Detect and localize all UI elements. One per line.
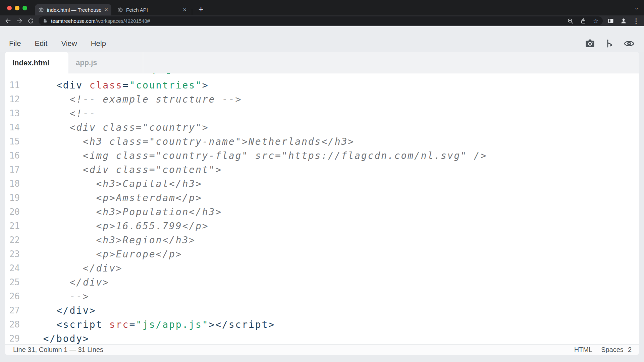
code-line[interactable]: 11 <div class="countries"> xyxy=(5,78,639,92)
code-line[interactable]: 19 <p>Amsterdam</p> xyxy=(5,191,639,205)
code-token: class xyxy=(106,73,140,74)
code-line[interactable]: 23 <p>Europe</p> xyxy=(5,247,639,261)
code-line-content: <p>Europe</p> xyxy=(30,249,182,260)
menu-help[interactable]: Help xyxy=(91,39,106,48)
code-token: = xyxy=(123,80,129,91)
menu-view[interactable]: View xyxy=(61,39,77,48)
profile-avatar-icon[interactable] xyxy=(620,17,627,24)
code-line-content: </div> xyxy=(30,277,109,288)
editor-tab-index-html[interactable]: index.html xyxy=(5,52,68,74)
side-panel-icon[interactable] xyxy=(607,18,614,24)
indent-size-selector[interactable]: 2 xyxy=(628,346,632,354)
minimize-window-button[interactable] xyxy=(15,6,19,10)
tab-search-chevron-icon[interactable]: ⌄ xyxy=(634,5,639,11)
line-number: 21 xyxy=(5,221,20,231)
code-token: "page-title" xyxy=(146,73,225,74)
snapshot-camera-icon[interactable] xyxy=(585,39,595,48)
code-token: </div> xyxy=(30,305,96,316)
url-domain: teamtreehouse.com xyxy=(51,18,96,24)
editor-panel: index.html app.js <h1 class="page-title"… xyxy=(5,52,639,355)
code-line[interactable]: 20 <h3>Population</h3> xyxy=(5,205,639,219)
line-number: 26 xyxy=(5,291,20,301)
code-line[interactable]: 14 <div class="country"> xyxy=(5,120,639,134)
code-editor[interactable]: <h1 class="page-title"> 11 <div class="c… xyxy=(5,73,639,344)
editor-tab-app-js[interactable]: app.js xyxy=(68,52,143,73)
code-line[interactable]: 27 </div> xyxy=(5,303,639,317)
code-line-content: <h3>Capital</h3> xyxy=(30,178,202,189)
code-token: "countries" xyxy=(129,80,202,91)
code-token: <h1 xyxy=(40,73,106,74)
code-token: --> xyxy=(30,291,90,302)
code-line[interactable]: 13 <!-- xyxy=(5,106,639,120)
new-tab-button[interactable]: + xyxy=(196,4,206,14)
browser-tab-strip: index.html — Treehouse Works × Fetch API… xyxy=(0,0,644,15)
close-window-button[interactable] xyxy=(7,6,12,10)
back-icon[interactable] xyxy=(5,17,11,24)
code-line[interactable]: 15 <h3 class="country-name">Netherlands<… xyxy=(5,134,639,148)
line-number: 12 xyxy=(5,94,20,104)
code-token: <img class="country-flag" src="https://f… xyxy=(30,150,487,161)
code-line[interactable]: 26 --> xyxy=(5,289,639,303)
code-line[interactable]: 22 <h3>Region</h3> xyxy=(5,233,639,247)
preview-eye-icon[interactable] xyxy=(624,39,635,48)
code-token: </div> xyxy=(30,277,109,288)
indent-type-selector[interactable]: Spaces xyxy=(601,346,624,354)
menu-edit[interactable]: Edit xyxy=(35,39,47,48)
code-line[interactable]: 24 </div> xyxy=(5,261,639,275)
code-line[interactable]: 17 <div class="content"> xyxy=(5,163,639,177)
code-line[interactable]: 12 <!-- example structure --> xyxy=(5,92,639,106)
chrome-menu-icon[interactable]: ⋮ xyxy=(633,17,639,25)
globe-favicon-icon xyxy=(38,7,44,13)
code-token: <p>Amsterdam</p> xyxy=(30,192,202,203)
code-line-content: <h3 class="country-name">Netherlands</h3… xyxy=(30,136,355,147)
url-bar[interactable]: teamtreehouse.com/workspaces/42201548# ☆ xyxy=(39,16,603,25)
close-tab-icon[interactable]: × xyxy=(104,7,108,13)
code-line-content: <div class="content"> xyxy=(30,164,222,175)
code-line-content: <div class="country"> xyxy=(30,122,209,133)
line-number: 17 xyxy=(5,165,20,175)
cursor-position-text: Line 31, Column 1 — 31 Lines xyxy=(13,346,103,354)
zoom-page-icon[interactable] xyxy=(567,18,574,24)
line-number: 23 xyxy=(5,249,20,259)
menu-file[interactable]: File xyxy=(9,39,21,48)
code-token: > xyxy=(225,73,232,74)
code-line-content: <h3>Region</h3> xyxy=(30,235,196,246)
code-line[interactable]: 21 <p>16.655.799</p> xyxy=(5,219,639,233)
lock-icon[interactable] xyxy=(43,18,48,23)
code-line-content: <div class="countries"> xyxy=(30,80,209,91)
traffic-lights xyxy=(7,6,27,10)
code-token: <div class="content"> xyxy=(30,164,222,175)
code-line[interactable]: 28 <script src="js/app.js"></script> xyxy=(5,317,639,331)
code-line[interactable]: 25 </div> xyxy=(5,275,639,289)
code-token: </body> xyxy=(30,333,90,344)
code-line[interactable]: 29 </body> xyxy=(5,331,639,344)
syntax-mode-selector[interactable]: HTML xyxy=(574,346,592,354)
code-token: <h3 class="country-name">Netherlands</h3… xyxy=(30,136,355,147)
share-icon[interactable] xyxy=(580,18,586,24)
browser-tab-title: Fetch API xyxy=(126,7,180,13)
code-line[interactable]: 18 <h3>Capital</h3> xyxy=(5,177,639,191)
line-number: 27 xyxy=(5,305,20,315)
code-token: <h3>Capital</h3> xyxy=(30,178,202,189)
code-line-content: <img class="country-flag" src="https://f… xyxy=(30,150,487,161)
forward-icon[interactable] xyxy=(16,17,23,24)
browser-toolbar: teamtreehouse.com/workspaces/42201548# ☆ xyxy=(0,15,644,26)
browser-tab-active[interactable]: index.html — Treehouse Works × xyxy=(35,4,111,15)
url-path: /workspaces/42201548# xyxy=(96,18,150,24)
browser-tab-inactive[interactable]: Fetch API × xyxy=(114,4,190,15)
line-number: 16 xyxy=(5,150,20,161)
reload-icon[interactable] xyxy=(28,18,34,24)
code-line-content: <!-- example structure --> xyxy=(30,94,242,105)
globe-favicon-icon xyxy=(117,7,123,13)
tab-separator xyxy=(192,9,192,15)
fork-icon[interactable] xyxy=(605,39,613,48)
close-tab-icon[interactable]: × xyxy=(183,7,186,13)
bookmark-star-icon[interactable]: ☆ xyxy=(593,18,599,24)
code-token: <script xyxy=(30,319,109,330)
code-token: <h3>Region</h3> xyxy=(30,235,196,246)
fullscreen-window-button[interactable] xyxy=(22,6,27,10)
code-line-content: <p>16.655.799</p> xyxy=(30,221,209,232)
code-line[interactable]: 16 <img class="country-flag" src="https:… xyxy=(5,148,639,163)
line-number: 18 xyxy=(5,179,20,189)
code-line-content: <h3>Population</h3> xyxy=(30,206,222,218)
